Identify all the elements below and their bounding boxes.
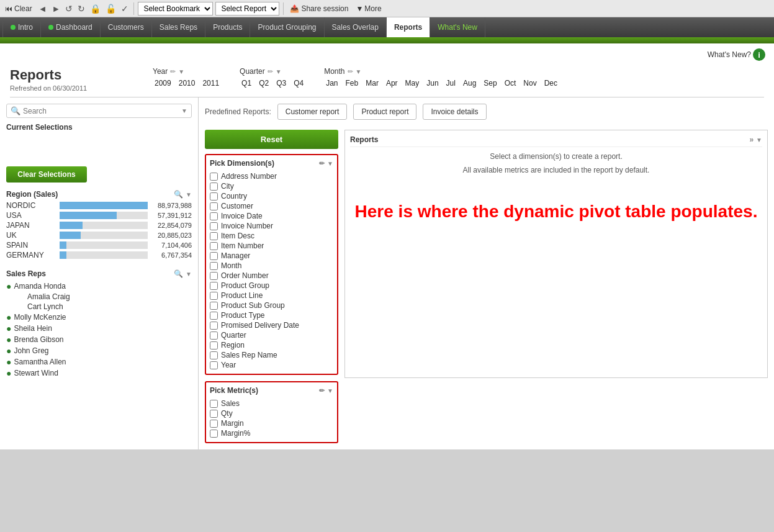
check-button[interactable]: ✓ <box>120 2 130 15</box>
region-item[interactable]: USA 57,391,912 <box>6 211 192 220</box>
tab-product-grouping[interactable]: Product Grouping <box>250 17 324 37</box>
month-aug[interactable]: Aug <box>461 78 478 88</box>
metric-checkbox[interactable] <box>210 430 218 438</box>
dimension-checkbox[interactable] <box>210 292 218 300</box>
tab-dashboard[interactable]: Dashboard <box>41 17 101 37</box>
search-input[interactable] <box>23 107 179 115</box>
tab-whats-new[interactable]: What's New <box>430 17 485 37</box>
quarter-edit-icon[interactable]: ✏ <box>268 68 273 76</box>
lock-button[interactable]: 🔒 <box>89 2 102 15</box>
dimension-checkbox[interactable] <box>210 341 218 349</box>
month-jan[interactable]: Jan <box>324 78 340 88</box>
undo-button[interactable]: ↺ <box>64 2 74 15</box>
dimension-checkbox[interactable] <box>210 212 218 220</box>
metric-item[interactable]: Margin <box>210 418 333 428</box>
year-2010[interactable]: 2010 <box>177 78 197 88</box>
sales-reps-dropdown-icon[interactable]: ▼ <box>186 271 192 277</box>
more-button[interactable]: ▼ More <box>353 3 384 14</box>
tab-sales-overlap[interactable]: Sales Overlap <box>325 17 387 37</box>
nav-prev-button[interactable]: ◄ <box>37 2 48 15</box>
year-2011[interactable]: 2011 <box>200 78 221 88</box>
dimension-item[interactable]: Invoice Date <box>210 211 333 221</box>
dimension-checkbox[interactable] <box>210 351 218 359</box>
dimension-checkbox[interactable] <box>210 202 218 210</box>
reset-button[interactable]: Reset <box>205 130 338 149</box>
month-oct[interactable]: Oct <box>503 78 518 88</box>
region-dropdown-icon[interactable]: ▼ <box>186 191 192 198</box>
sales-rep-item[interactable]: Cart Lynch <box>6 302 192 312</box>
month-jul[interactable]: Jul <box>444 78 457 88</box>
region-item[interactable]: GERMANY 6,767,354 <box>6 251 192 259</box>
sales-rep-item[interactable]: ●Samantha Allen <box>6 356 192 367</box>
dimension-checkbox[interactable] <box>210 192 218 201</box>
dimension-item[interactable]: Product Sub Group <box>210 300 333 310</box>
whats-new-button[interactable]: What's New? i <box>705 47 768 62</box>
metric-item[interactable]: Margin% <box>210 428 333 438</box>
dimension-checkbox[interactable] <box>210 232 218 240</box>
tab-salesreps[interactable]: Sales Reps <box>152 17 205 37</box>
nav-next-button[interactable]: ► <box>51 2 62 15</box>
quarter-dropdown-icon[interactable]: ▼ <box>276 68 282 75</box>
unlock-button[interactable]: 🔓 <box>104 2 117 15</box>
reports-dropdown-icon[interactable]: ▼ <box>756 137 762 143</box>
quarter-q3[interactable]: Q3 <box>274 78 288 88</box>
dimension-checkbox[interactable] <box>210 173 218 181</box>
dimension-checkbox[interactable] <box>210 331 218 340</box>
report-select[interactable]: Select Report <box>215 2 279 16</box>
dimension-checkbox[interactable] <box>210 272 218 280</box>
dimension-item[interactable]: Item Desc <box>210 231 333 241</box>
quarter-q2[interactable]: Q2 <box>257 78 271 88</box>
dimension-checkbox[interactable] <box>210 252 218 260</box>
invoice-details-button[interactable]: Invoice details <box>423 104 486 120</box>
month-sep[interactable]: Sep <box>482 78 498 88</box>
sales-rep-item[interactable]: ●Sheila Hein <box>6 323 192 334</box>
region-item[interactable]: JAPAN 22,854,079 <box>6 221 192 230</box>
metric-item[interactable]: Qty <box>210 408 333 418</box>
expand-icon[interactable]: » <box>749 135 754 144</box>
dimension-item[interactable]: Quarter <box>210 330 333 340</box>
redo-button[interactable]: ↻ <box>76 2 86 15</box>
region-item[interactable]: SPAIN 7,104,406 <box>6 241 192 250</box>
dimension-item[interactable]: Country <box>210 191 333 201</box>
quarter-q4[interactable]: Q4 <box>292 78 305 88</box>
dimension-item[interactable]: Sales Rep Name <box>210 350 333 360</box>
dimension-checkbox[interactable] <box>210 312 218 320</box>
region-item[interactable]: NORDIC 88,973,988 <box>6 201 192 210</box>
dimension-item[interactable]: Year <box>210 360 333 370</box>
month-edit-icon[interactable]: ✏ <box>348 68 353 76</box>
pick-met-dropdown-icon[interactable]: ▼ <box>327 387 333 394</box>
dimension-checkbox[interactable] <box>210 242 218 250</box>
month-dec[interactable]: Dec <box>542 78 559 88</box>
dimension-item[interactable]: Product Group <box>210 281 333 291</box>
dimension-checkbox[interactable] <box>210 302 218 310</box>
dimension-item[interactable]: Promised Delivery Date <box>210 320 333 330</box>
sales-rep-item[interactable]: ●Molly McKenzie <box>6 312 192 323</box>
dimension-checkbox[interactable] <box>210 262 218 270</box>
month-dropdown-icon[interactable]: ▼ <box>356 68 362 75</box>
month-jun[interactable]: Jun <box>425 78 440 88</box>
month-may[interactable]: May <box>403 78 421 88</box>
dimension-checkbox[interactable] <box>210 361 218 369</box>
dimension-item[interactable]: Order Number <box>210 271 333 281</box>
metric-checkbox[interactable] <box>210 410 218 418</box>
share-session-button[interactable]: 📤 Share session <box>287 3 351 14</box>
sales-rep-item[interactable]: ●Stewart Wind <box>6 367 192 379</box>
sales-reps-search-icon[interactable]: 🔍 <box>174 269 183 278</box>
dimension-item[interactable]: Region <box>210 340 333 350</box>
dimension-item[interactable]: Product Line <box>210 291 333 300</box>
month-nov[interactable]: Nov <box>521 78 538 88</box>
customer-report-button[interactable]: Customer report <box>277 104 348 120</box>
dimension-item[interactable]: Product Type <box>210 310 333 320</box>
month-apr[interactable]: Apr <box>384 78 400 88</box>
dimension-item[interactable]: Manager <box>210 251 333 261</box>
sales-rep-item[interactable]: ●Amanda Honda <box>6 281 192 292</box>
pick-dim-dropdown-icon[interactable]: ▼ <box>327 160 333 167</box>
tab-products[interactable]: Products <box>205 17 250 37</box>
clear-button[interactable]: ⏮ Clear <box>2 3 35 14</box>
dimension-checkbox[interactable] <box>210 183 218 191</box>
dimension-checkbox[interactable] <box>210 322 218 330</box>
tab-customers[interactable]: Customers <box>101 17 152 37</box>
metric-checkbox[interactable] <box>210 400 218 408</box>
bookmark-select[interactable]: Select Bookmark <box>138 2 213 16</box>
sales-rep-item[interactable]: Amalia Craig <box>6 292 192 302</box>
